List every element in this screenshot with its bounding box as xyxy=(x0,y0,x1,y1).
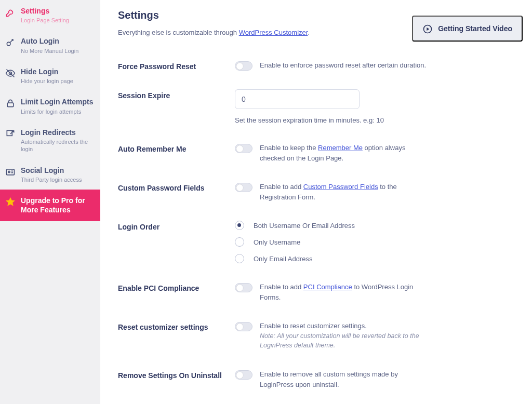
helper-session-expire: Set the session expiration time in minut… xyxy=(235,116,514,124)
label-reset-customizer: Reset customizer settings xyxy=(118,321,235,331)
sidebar-item-upgrade-to-pro-for-more-features[interactable]: Upgrade to Pro for More Features xyxy=(0,190,100,221)
toggle-remove-on-uninstall[interactable] xyxy=(235,370,252,380)
row-pci-compliance: Enable PCI Compliance Enable to add PCI … xyxy=(118,273,514,312)
label-force-password-reset: Force Password Reset xyxy=(118,60,235,71)
radio-label: Only Username xyxy=(254,238,300,246)
wordpress-customizer-link[interactable]: WordPress Customizer xyxy=(239,29,308,36)
desc-pci-compliance: Enable to add PCI Compliance to WordPres… xyxy=(260,282,431,302)
toggle-auto-remember-me[interactable] xyxy=(235,144,252,153)
redirect-icon xyxy=(5,129,16,139)
sidebar-item-limit-login-attempts[interactable]: Limit Login AttemptsLimits for login att… xyxy=(0,91,100,121)
sidebar-item-title: Limit Login Attempts xyxy=(21,97,93,106)
intro-suffix: . xyxy=(308,29,310,36)
sidebar-item-subtitle: Limits for login attempts xyxy=(21,108,93,115)
login-order-option[interactable]: Only Email Address xyxy=(235,254,514,263)
eye-off-icon xyxy=(5,68,16,78)
sidebar-item-title: Social Login xyxy=(21,166,82,175)
toggle-pci-compliance[interactable] xyxy=(235,283,252,292)
wrench-icon xyxy=(5,7,16,18)
key-icon xyxy=(5,37,16,48)
main-content: Getting Started Video Settings Everythin… xyxy=(100,0,532,404)
play-icon xyxy=(422,24,433,34)
id-card-icon xyxy=(5,167,16,177)
label-login-order: Login Order xyxy=(118,221,235,231)
sidebar-item-hide-login[interactable]: Hide LoginHide your login page xyxy=(0,61,100,91)
sidebar-item-auto-login[interactable]: Auto LoginNo More Manual Login xyxy=(0,30,100,60)
label-pci-compliance: Enable PCI Compliance xyxy=(118,282,235,292)
label-remove-on-uninstall: Remove Settings On Uninstall xyxy=(118,369,235,380)
remember-me-link[interactable]: Remember Me xyxy=(318,144,363,152)
radio-label: Both Username Or Email Address xyxy=(254,222,355,230)
app-root: SettingsLogin Page SettingAuto LoginNo M… xyxy=(0,0,532,404)
sidebar-item-title: Settings xyxy=(21,6,69,16)
session-expire-input[interactable] xyxy=(235,89,360,109)
getting-started-video-button[interactable]: Getting Started Video xyxy=(412,16,523,42)
sidebar-item-subtitle: Login Page Setting xyxy=(21,17,69,24)
sidebar-item-subtitle: Hide your login page xyxy=(21,77,73,85)
svg-point-0 xyxy=(7,43,10,46)
lock-icon xyxy=(5,98,16,109)
svg-rect-5 xyxy=(7,169,15,175)
toggle-reset-customizer[interactable] xyxy=(235,322,252,331)
login-order-option[interactable]: Both Username Or Email Address xyxy=(235,221,514,230)
sidebar-item-title: Login Redirects xyxy=(21,128,95,137)
row-force-password-reset: Force Password Reset Enable to enforce p… xyxy=(118,51,514,80)
radio-label: Only Email Address xyxy=(254,255,312,263)
label-custom-password-fields: Custom Password Fields xyxy=(118,182,235,192)
label-session-expire: Session Expire xyxy=(118,89,235,100)
video-button-label: Getting Started Video xyxy=(438,24,512,33)
row-session-expire: Session Expire Set the session expiratio… xyxy=(118,80,514,133)
row-login-order: Login Order Both Username Or Email Addre… xyxy=(118,211,514,273)
sidebar-item-title: Auto Login xyxy=(21,36,78,46)
custom-password-fields-link[interactable]: Custom Password Fields xyxy=(303,183,378,191)
sidebar-item-login-redirects[interactable]: Login RedirectsAutomatically redirects t… xyxy=(0,122,100,159)
sidebar-item-subtitle: Third Party login access xyxy=(21,176,82,183)
radio-icon[interactable] xyxy=(235,254,244,263)
svg-rect-3 xyxy=(7,103,14,107)
desc-force-password-reset: Enable to enforce password reset after c… xyxy=(260,60,426,71)
sidebar-item-subtitle: No More Manual Login xyxy=(21,47,78,55)
intro-prefix: Everything else is customizable through xyxy=(118,29,239,36)
sidebar-item-subtitle: Automatically redirects the login xyxy=(21,138,95,153)
desc-auto-remember-me: Enable to keep the Remember Me option al… xyxy=(260,143,431,163)
sidebar: SettingsLogin Page SettingAuto LoginNo M… xyxy=(0,0,100,404)
row-custom-password-fields: Custom Password Fields Enable to add Cus… xyxy=(118,172,514,211)
toggle-custom-password-fields[interactable] xyxy=(235,183,252,192)
row-auto-remember-me: Auto Remember Me Enable to keep the Reme… xyxy=(118,133,514,172)
radio-icon[interactable] xyxy=(235,237,244,247)
desc-custom-password-fields: Enable to add Custom Password Fields to … xyxy=(260,182,431,202)
sidebar-item-settings[interactable]: SettingsLogin Page Setting xyxy=(0,0,100,30)
row-remove-on-uninstall: Remove Settings On Uninstall Enable to r… xyxy=(118,360,514,399)
svg-point-6 xyxy=(8,171,10,172)
label-auto-remember-me: Auto Remember Me xyxy=(118,143,235,153)
sidebar-item-social-login[interactable]: Social LoginThird Party login access xyxy=(0,159,100,190)
star-icon xyxy=(5,197,16,207)
row-reset-customizer: Reset customizer settings Enable to rese… xyxy=(118,312,514,360)
desc-reset-customizer: Enable to reset customizer settings. xyxy=(260,321,431,331)
sidebar-item-title: Hide Login xyxy=(21,67,73,76)
login-order-option[interactable]: Only Username xyxy=(235,237,514,247)
sidebar-item-title: Upgrade to Pro for More Features xyxy=(21,196,95,214)
pci-compliance-link[interactable]: PCI Compliance xyxy=(303,283,352,291)
radio-icon[interactable] xyxy=(235,221,244,230)
desc-remove-on-uninstall: Enable to remove all custom settings mad… xyxy=(260,369,431,389)
toggle-force-password-reset[interactable] xyxy=(235,61,252,71)
note-reset-customizer: Note: All your customization will be rev… xyxy=(260,331,431,351)
